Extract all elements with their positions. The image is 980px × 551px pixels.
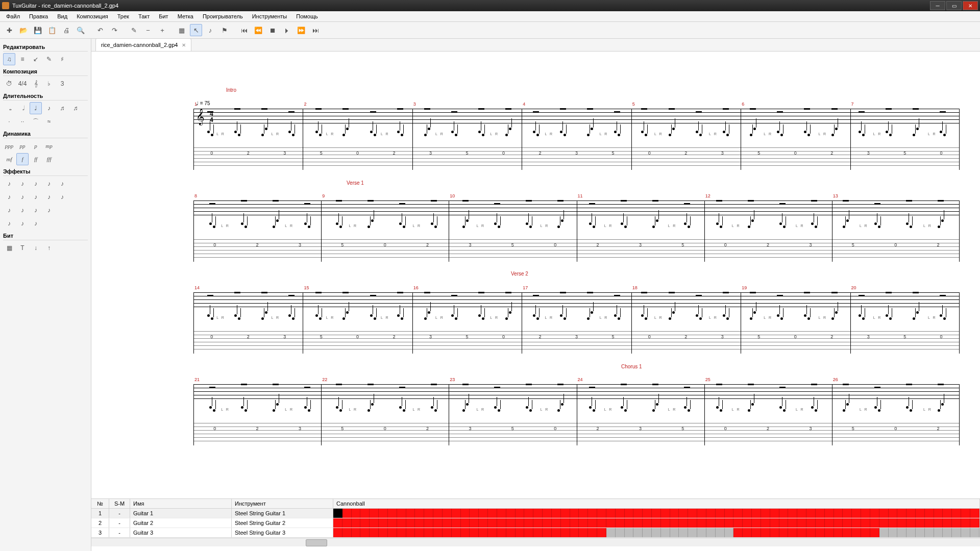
timeline-cell[interactable]: [543, 518, 552, 528]
dynamic-f-button[interactable]: f: [16, 153, 29, 165]
timeline-cell[interactable]: [670, 528, 679, 537]
timeline-cell[interactable]: [342, 509, 352, 518]
timeline-cell[interactable]: [706, 509, 716, 518]
timeline-cell[interactable]: [470, 528, 479, 537]
side-clef-button[interactable]: 𝄞: [30, 78, 42, 90]
timeline-cell[interactable]: [543, 528, 552, 537]
timeline-cell[interactable]: [943, 509, 952, 518]
timeline-cell[interactable]: [961, 509, 970, 518]
timeline-cell[interactable]: [616, 528, 625, 537]
timeline-cell[interactable]: [397, 509, 406, 518]
timeline-cell[interactable]: [415, 518, 424, 528]
timeline-cell[interactable]: [360, 509, 370, 518]
side-doubledotted-button[interactable]: ··: [16, 115, 29, 128]
side-harmonic-button[interactable]: ♪: [56, 178, 68, 190]
redo-button[interactable]: ↷: [108, 24, 120, 36]
timeline-cell[interactable]: [843, 518, 852, 528]
timeline-cell[interactable]: [606, 509, 616, 518]
timeline-cell[interactable]: [606, 518, 616, 528]
timeline-cell[interactable]: [816, 528, 825, 537]
side-popping-button[interactable]: ♪: [16, 217, 29, 230]
menu-вид[interactable]: Вид: [53, 12, 71, 20]
timeline-cell[interactable]: [516, 528, 525, 537]
timeline-cell[interactable]: [424, 528, 433, 537]
timeline-cell[interactable]: [543, 509, 552, 518]
timeline-cell[interactable]: [897, 528, 906, 537]
track-instrument[interactable]: Steel String Guitar 1: [232, 509, 333, 518]
timeline-cell[interactable]: [433, 509, 443, 518]
mode-select-button[interactable]: ↖: [190, 24, 202, 36]
side-edit-chord-button[interactable]: ≡: [16, 53, 29, 65]
track-header-instrument[interactable]: Инструмент: [232, 499, 333, 508]
timeline-cell[interactable]: [606, 528, 616, 537]
menu-трек[interactable]: Трек: [113, 12, 133, 20]
timeline-cell[interactable]: [470, 509, 479, 518]
timeline-cell[interactable]: [443, 509, 452, 518]
timeline-cell[interactable]: [906, 509, 916, 518]
side-stroke-down-button[interactable]: ↑: [43, 242, 55, 254]
undo-button[interactable]: ↶: [94, 24, 106, 36]
timeline-cell[interactable]: [516, 518, 525, 528]
timeline-cell[interactable]: [643, 528, 652, 537]
timeline-cell[interactable]: [415, 528, 424, 537]
track-header-num[interactable]: №: [91, 499, 109, 508]
track-timeline[interactable]: [333, 518, 980, 528]
timeline-cell[interactable]: [452, 528, 461, 537]
dynamic-ff-button[interactable]: ff: [30, 153, 42, 165]
track-row[interactable]: 2-Guitar 2Steel String Guitar 2: [91, 518, 980, 528]
timeline-cell[interactable]: [670, 518, 679, 528]
side-half-button[interactable]: 𝅗𝅥: [16, 102, 29, 114]
timeline-cell[interactable]: [706, 518, 716, 528]
timeline-cell[interactable]: [679, 528, 688, 537]
timeline-cell[interactable]: [797, 509, 806, 518]
side-slapping-button[interactable]: ♪: [3, 217, 15, 230]
timeline-cell[interactable]: [579, 518, 588, 528]
timeline-cell[interactable]: [342, 528, 352, 537]
menu-метка[interactable]: Метка: [174, 12, 198, 20]
timeline-cell[interactable]: [834, 518, 843, 528]
timeline-cell[interactable]: [379, 528, 388, 537]
timeline-cell[interactable]: [843, 509, 852, 518]
window-close-button[interactable]: ✕: [963, 1, 978, 10]
score-view[interactable]: ♩ = 75 𝄞 4 4 IntroVerse 1Verse 2Chorus 1…: [91, 52, 980, 498]
timeline-cell[interactable]: [934, 528, 943, 537]
track-name[interactable]: Guitar 3: [130, 528, 232, 537]
track-name[interactable]: Guitar 1: [130, 509, 232, 518]
timeline-cell[interactable]: [952, 518, 961, 528]
timeline-cell[interactable]: [925, 518, 934, 528]
timeline-cell[interactable]: [415, 509, 424, 518]
timeline-cell[interactable]: [597, 518, 606, 528]
timeline-cell[interactable]: [797, 518, 806, 528]
side-vibrato-button[interactable]: ♪: [16, 191, 29, 203]
timeline-cell[interactable]: [970, 509, 979, 518]
timeline-cell[interactable]: [333, 509, 342, 518]
timeline-cell[interactable]: [816, 509, 825, 518]
player-flag-button[interactable]: ⚑: [218, 24, 231, 36]
side-thirtysecond-button[interactable]: ♬: [69, 102, 82, 114]
timeline-cell[interactable]: [788, 528, 797, 537]
timeline-cell[interactable]: [889, 509, 898, 518]
side-tempo-button[interactable]: ⏱: [3, 78, 15, 90]
timeline-cell[interactable]: [661, 509, 670, 518]
side-edit-sharp-button[interactable]: ♯: [56, 53, 68, 65]
timeline-cell[interactable]: [870, 509, 879, 518]
timeline-cell[interactable]: [897, 509, 906, 518]
timeline-cell[interactable]: [561, 528, 570, 537]
timeline-cell[interactable]: [406, 528, 415, 537]
timeline-cell[interactable]: [579, 509, 588, 518]
track-sm[interactable]: -: [109, 528, 130, 537]
timeline-cell[interactable]: [834, 528, 843, 537]
print-button[interactable]: 🖨: [60, 24, 72, 36]
side-sixteenth-button[interactable]: ♬: [56, 102, 68, 114]
timeline-cell[interactable]: [879, 518, 889, 528]
side-tremolo-button[interactable]: ♪: [16, 204, 29, 216]
side-stroke-up-button[interactable]: ↓: [30, 242, 42, 254]
timeline-cell[interactable]: [352, 518, 361, 528]
timeline-cell[interactable]: [961, 528, 970, 537]
menu-бит[interactable]: Бит: [155, 12, 172, 20]
side-tapping-button[interactable]: ♪: [43, 204, 55, 216]
timeline-cell[interactable]: [825, 518, 834, 528]
side-quarter-button[interactable]: ♩: [30, 102, 42, 114]
timeline-cell[interactable]: [388, 528, 397, 537]
timeline-cell[interactable]: [752, 509, 761, 518]
